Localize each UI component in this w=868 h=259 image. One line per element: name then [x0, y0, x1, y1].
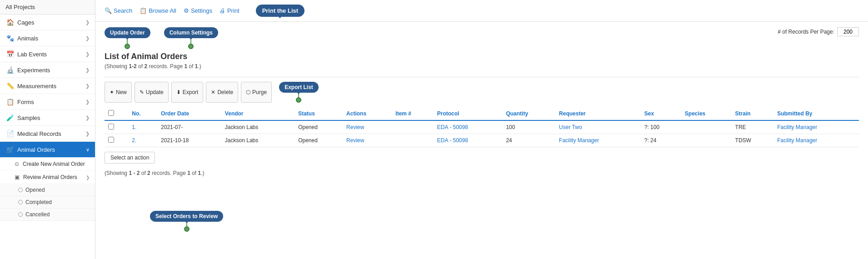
settings-button[interactable]: ⚙ Settings	[184, 7, 212, 14]
cell-order-date: 2021-07-	[157, 120, 221, 134]
project-selector[interactable]: All Projects	[0, 0, 95, 15]
sidebar-item-animals[interactable]: 🐾 Animals ❯	[0, 30, 95, 46]
cell-item-num	[392, 120, 433, 134]
update-order-tooltip: Update Order	[105, 27, 150, 38]
cell-requester: User Two	[555, 120, 641, 134]
delete-icon: ✕	[211, 89, 215, 95]
print-button[interactable]: 🖨 Print	[219, 7, 239, 14]
sidebar-item-cages[interactable]: 🏠 Cages ❯	[0, 15, 95, 30]
cancelled-radio-icon	[18, 212, 23, 217]
action-link-1[interactable]: Review	[346, 137, 364, 144]
print-label: Print	[227, 7, 239, 14]
col-submitted-by: Submitted By	[773, 107, 859, 120]
cell-quantity: 100	[502, 120, 555, 134]
cell-species	[681, 134, 732, 147]
orders-table: No. Order Date Vendor Status Actions Ite…	[105, 107, 859, 147]
requester-link-0[interactable]: User Two	[559, 124, 582, 130]
export-button[interactable]: ⬇ Export	[171, 82, 204, 103]
cell-protocol: EDA - 50098	[434, 120, 503, 134]
cell-quantity: 24	[502, 134, 555, 147]
cell-sex: ?: 24	[641, 134, 681, 147]
records-per-page-input[interactable]	[837, 27, 859, 36]
search-button[interactable]: 🔍 Search	[105, 7, 132, 14]
order-link-1[interactable]: 2.	[132, 137, 136, 144]
chevron-icon: ❯	[85, 51, 90, 57]
protocol-link-1[interactable]: EDA - 50098	[437, 137, 468, 144]
sidebar-item-experiments[interactable]: 🔬 Experiments ❯	[0, 62, 95, 78]
requester-link-1[interactable]: Facility Manager	[559, 137, 599, 144]
cell-submitted-by: Facility Manager	[773, 134, 859, 147]
col-vendor: Vendor	[221, 107, 294, 120]
col-strain: Strain	[732, 107, 774, 120]
sidebar-subgroup-opened[interactable]: Opened	[0, 184, 95, 196]
delete-button[interactable]: ✕ Delete	[206, 82, 238, 103]
chevron-icon: ❯	[85, 115, 90, 121]
col-status: Status	[294, 107, 343, 120]
purge-button[interactable]: ⬡ Purge	[241, 82, 272, 103]
content-area: Update Order Column Settings	[95, 22, 868, 259]
measurements-icon: 📏	[6, 82, 14, 90]
row-checkbox-1[interactable]	[108, 137, 114, 143]
sidebar-label-cages: Cages	[17, 19, 35, 26]
sidebar-item-measurements[interactable]: 📏 Measurements ❯	[0, 78, 95, 94]
sidebar-label-measurements: Measurements	[17, 83, 56, 90]
update-button[interactable]: ✎ Update	[135, 82, 169, 103]
chevron-icon: ❯	[85, 83, 90, 89]
sidebar-subitem-create-new[interactable]: ⊙ Create New Animal Order	[0, 158, 95, 171]
printer-icon: 🖨	[219, 7, 225, 14]
submitted-by-link-0[interactable]: Facility Manager	[777, 124, 817, 130]
sidebar-label-animal-orders: Animal Orders	[17, 146, 55, 153]
cell-vendor: Jackson Labs	[221, 134, 294, 147]
protocol-link-0[interactable]: EDA - 50098	[437, 124, 468, 130]
col-requester: Requester	[555, 107, 641, 120]
col-item-num: Item #	[392, 107, 433, 120]
action-link-0[interactable]: Review	[346, 124, 364, 130]
action-row: ✦ New ✎ Update ⬇ Export ✕ Delete ⬡ Purge	[105, 82, 859, 103]
chevron-icon: ❯	[85, 99, 90, 105]
sidebar-subgroup-cancelled[interactable]: Cancelled	[0, 209, 95, 221]
col-sex: Sex	[641, 107, 681, 120]
cell-protocol: EDA - 50098	[434, 134, 503, 147]
browse-icon: 📋	[140, 7, 147, 14]
sidebar-subitem-review-orders[interactable]: ▣ Review Animal Orders ❯	[0, 171, 95, 184]
order-link-0[interactable]: 1.	[132, 124, 136, 130]
sidebar-label-animals: Animals	[17, 35, 38, 42]
sidebar-item-lab-events[interactable]: 📅 Lab Events ❯	[0, 46, 95, 62]
sidebar-subgroup-completed[interactable]: Completed	[0, 196, 95, 209]
settings-label: Settings	[191, 7, 212, 14]
submitted-by-link-1[interactable]: Facility Manager	[777, 137, 817, 144]
page-title: List of Animal Orders	[105, 52, 187, 61]
content-header: Update Order Column Settings	[105, 27, 859, 74]
select-action-button[interactable]: Select an action	[105, 152, 155, 164]
purge-icon: ⬡	[246, 89, 250, 95]
chevron-icon: ❯	[85, 131, 90, 137]
sidebar-subitem-create-label: Create New Animal Order	[23, 161, 85, 167]
sidebar-label-lab-events: Lab Events	[17, 51, 47, 58]
col-no: No.	[128, 107, 157, 120]
sidebar-item-medical-records[interactable]: 📄 Medical Records ❯	[0, 126, 95, 142]
chevron-down-icon: ∨	[86, 147, 90, 153]
completed-radio-icon	[18, 200, 23, 204]
col-species: Species	[681, 107, 732, 120]
sidebar-label-experiments: Experiments	[17, 67, 50, 74]
medical-records-icon: 📄	[6, 130, 14, 137]
showing-text-top: (Showing 1-2 of 2 records. Page 1 of 1.)	[105, 63, 223, 70]
browse-all-button[interactable]: 📋 Browse All	[140, 7, 176, 14]
main-content: 🔍 Search 📋 Browse All ⚙ Settings 🖨 Print…	[95, 0, 868, 259]
sidebar-subitem-review-label: Review Animal Orders	[23, 174, 77, 180]
select-all-checkbox[interactable]	[108, 110, 114, 116]
cell-species	[681, 120, 732, 134]
sidebar-item-samples[interactable]: 🧪 Samples ❯	[0, 110, 95, 126]
search-icon: 🔍	[105, 7, 112, 14]
sidebar: All Projects 🏠 Cages ❯ 🐾 Animals ❯ 📅 Lab…	[0, 0, 95, 259]
sidebar-subgroup-cancelled-label: Cancelled	[25, 211, 50, 218]
sidebar-item-forms[interactable]: 📋 Forms ❯	[0, 94, 95, 110]
cell-strain: TRE	[732, 120, 774, 134]
col-protocol: Protocol	[434, 107, 503, 120]
new-button[interactable]: ✦ New	[105, 82, 132, 103]
cell-no: 2.	[128, 134, 157, 147]
sidebar-item-animal-orders[interactable]: 🛒 Animal Orders ∨	[0, 142, 95, 158]
update-label: Update	[146, 89, 164, 95]
row-checkbox-0[interactable]	[108, 124, 114, 130]
lab-events-icon: 📅	[6, 50, 14, 58]
